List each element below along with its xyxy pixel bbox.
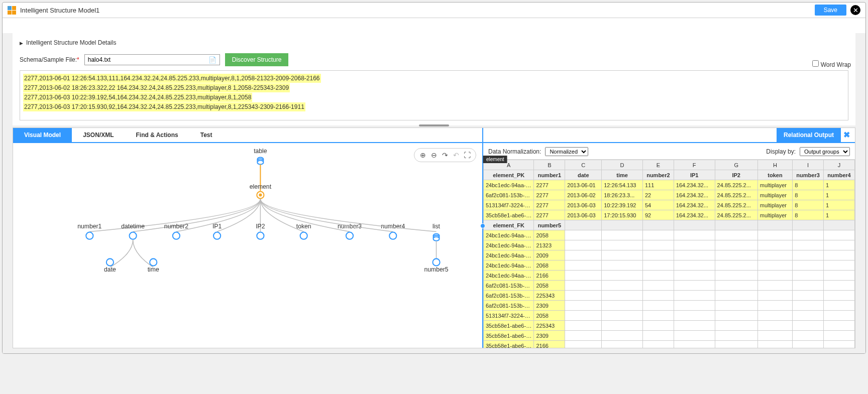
grid-cell[interactable]: 24.85.225.2... <box>715 210 757 220</box>
grid-cell[interactable] <box>565 240 602 250</box>
grid-cell[interactable]: 225343 <box>534 321 565 331</box>
grid-cell[interactable] <box>793 230 824 240</box>
grid-cell[interactable] <box>757 341 792 348</box>
grid-cell[interactable] <box>642 341 674 348</box>
grid-cell[interactable] <box>824 271 855 281</box>
grid-cell[interactable]: 17:20:15.930 <box>602 210 643 220</box>
grid-cell[interactable] <box>602 311 643 321</box>
grid-cell[interactable] <box>757 301 792 311</box>
grid-cell[interactable]: 164.234.32... <box>674 210 715 220</box>
grid-cell[interactable] <box>715 250 757 260</box>
grid-cell[interactable]: 2277 <box>534 200 565 210</box>
grid-cell[interactable]: 10:22:39.192 <box>602 200 643 210</box>
grid-cell[interactable]: 2277 <box>534 190 565 200</box>
grid-cell[interactable] <box>602 260 643 271</box>
grid-cell[interactable] <box>824 281 855 291</box>
grid-cell[interactable] <box>824 301 855 311</box>
grid-col-header[interactable]: number3 <box>793 170 824 180</box>
grid-cell[interactable] <box>602 321 643 331</box>
close-button[interactable]: ✕ <box>850 5 860 15</box>
grid-cell[interactable] <box>674 301 715 311</box>
grid-cell[interactable]: 164.234.32... <box>674 190 715 200</box>
grid-cell[interactable]: 8 <box>793 180 824 190</box>
grid-cell[interactable]: 2058 <box>534 311 565 321</box>
grid-cell[interactable]: 2309 <box>534 301 565 311</box>
tab-visual-model[interactable]: Visual Model <box>13 128 72 142</box>
grid-cell[interactable]: 2166 <box>534 341 565 348</box>
grid-cell[interactable] <box>642 281 674 291</box>
grid-cell[interactable] <box>642 240 674 250</box>
grid-cell[interactable]: 24bc1edc-94aa-413e-a077-d4eb6... <box>484 250 534 260</box>
grid-cell[interactable]: 1 <box>824 200 855 210</box>
grid-cell[interactable]: 2058 <box>534 230 565 240</box>
grid-cell[interactable] <box>642 311 674 321</box>
grid-cell[interactable]: 12:26:54.133 <box>602 180 643 190</box>
grid-cell[interactable] <box>793 240 824 250</box>
grid-cell[interactable]: 1 <box>824 180 855 190</box>
zoom-in-icon[interactable]: ⊕ <box>418 151 427 160</box>
grid-col-header[interactable]: time <box>602 170 643 180</box>
grid-cell[interactable] <box>715 331 757 341</box>
grid-cell[interactable]: 2013-06-02 <box>565 190 602 200</box>
grid-col-header[interactable]: token <box>757 170 792 180</box>
grid-cell[interactable]: 513134f7-3224-4912-925c-728313... <box>484 311 534 321</box>
grid-cell[interactable] <box>642 291 674 301</box>
grid-cell[interactable]: 24.85.225.2... <box>715 190 757 200</box>
grid-cell[interactable]: 18:26:23.3... <box>602 190 643 200</box>
grid-cell[interactable]: 2309 <box>534 331 565 341</box>
grid-cell[interactable] <box>757 311 792 321</box>
grid-cell[interactable] <box>565 321 602 331</box>
grid-cell[interactable] <box>674 291 715 301</box>
grid-cell[interactable]: 35cb58e1-abe6-44ee-bafa-3cff7fe... <box>484 341 534 348</box>
grid-cell[interactable]: 513134f7-3224-4912-925c-728313... <box>484 200 534 210</box>
grid-cell[interactable] <box>674 311 715 321</box>
discover-structure-button[interactable]: Discover Structure <box>225 53 289 66</box>
grid-cell[interactable] <box>674 260 715 271</box>
split-handle-dot[interactable] <box>480 223 485 228</box>
grid-cell[interactable] <box>674 271 715 281</box>
grid-cell[interactable]: 35cb58e1-abe6-44ee-bafa-3cff7fe... <box>484 210 534 220</box>
grid-cell[interactable] <box>565 250 602 260</box>
wordwrap-checkbox[interactable] <box>812 60 819 67</box>
grid-cell[interactable] <box>824 260 855 271</box>
grid-cell[interactable] <box>565 281 602 291</box>
grid-cell[interactable] <box>674 230 715 240</box>
grid-cell[interactable] <box>824 240 855 250</box>
undo-icon[interactable]: ↶ <box>452 151 461 160</box>
grid-cell[interactable] <box>602 230 643 240</box>
grid-cell[interactable] <box>602 291 643 301</box>
grid-cell[interactable] <box>642 230 674 240</box>
grid-cell[interactable]: multiplayer <box>757 210 792 220</box>
tab-json-xml[interactable]: JSON/XML <box>72 128 125 142</box>
sample-data-box[interactable]: 2277,2013-06-01 12:26:54.133,111,164.234… <box>20 70 848 120</box>
grid-cell[interactable]: 164.234.32... <box>674 200 715 210</box>
grid-cell[interactable] <box>715 301 757 311</box>
grid-cell[interactable] <box>824 291 855 301</box>
grid-cell[interactable] <box>642 321 674 331</box>
grid-cell[interactable]: 35cb58e1-abe6-44ee-bafa-3cff7fe... <box>484 321 534 331</box>
grid-col-header[interactable]: IP1 <box>674 170 715 180</box>
grid-cell[interactable] <box>793 311 824 321</box>
grid-cell[interactable]: 6af2c081-153b-40b5-a1a4-364ea... <box>484 291 534 301</box>
grid-cell[interactable] <box>824 250 855 260</box>
grid-cell[interactable] <box>602 250 643 260</box>
grid-cell[interactable]: 2277 <box>534 210 565 220</box>
fit-icon[interactable]: ⛶ <box>463 151 472 160</box>
grid-cell[interactable] <box>602 331 643 341</box>
grid-cell[interactable] <box>565 341 602 348</box>
grid-cell[interactable] <box>824 341 855 348</box>
grid-cell[interactable]: 225343 <box>534 291 565 301</box>
grid-cell[interactable] <box>793 250 824 260</box>
grid-cell[interactable]: 8 <box>793 190 824 200</box>
grid-cell[interactable]: 2166 <box>534 271 565 281</box>
grid-cell[interactable] <box>565 301 602 311</box>
grid-cell[interactable] <box>715 240 757 250</box>
grid-cell[interactable] <box>757 240 792 250</box>
grid-cell[interactable] <box>602 341 643 348</box>
grid-cell[interactable] <box>793 281 824 291</box>
grid-cell[interactable] <box>642 250 674 260</box>
grid-cell[interactable]: 24bc1edc-94aa-413e-a077-d4eb6... <box>484 240 534 250</box>
grid-cell[interactable]: 2009 <box>534 250 565 260</box>
grid-cell[interactable]: 2277 <box>534 180 565 190</box>
grid-cell[interactable] <box>715 291 757 301</box>
